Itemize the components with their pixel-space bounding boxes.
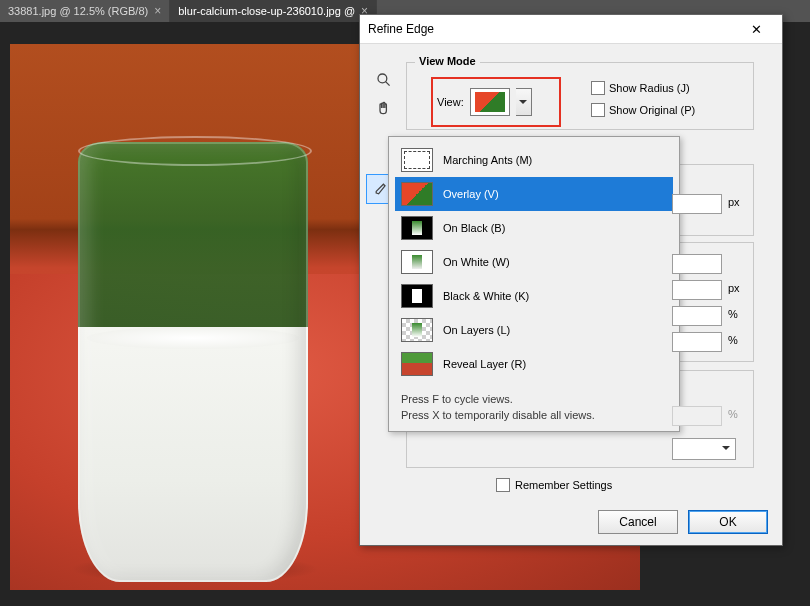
feather-input[interactable] [672, 280, 722, 300]
option-label: Reveal Layer (R) [443, 358, 526, 370]
on-black-thumb-icon [401, 216, 433, 240]
hand-tool[interactable] [372, 96, 396, 120]
overlay-thumb-icon [401, 182, 433, 206]
view-swatch[interactable] [470, 88, 510, 116]
option-label: On Black (B) [443, 222, 505, 234]
view-label: View: [437, 96, 464, 108]
reveal-layer-thumb-icon [401, 352, 433, 376]
contrast-input[interactable] [672, 306, 722, 326]
dialog-button-row: Cancel OK [598, 510, 768, 534]
dropdown-hint: Press F to cycle views. [395, 389, 673, 405]
document-tab[interactable]: 33881.jpg @ 12.5% (RGB/8) × [0, 0, 170, 22]
checkbox-label: Remember Settings [515, 479, 612, 491]
view-option-on-layers[interactable]: On Layers (L) [395, 313, 673, 347]
chevron-down-icon[interactable] [516, 88, 532, 116]
button-label: OK [719, 515, 736, 529]
svg-line-1 [386, 82, 390, 86]
remember-settings-checkbox[interactable]: Remember Settings [496, 478, 612, 492]
black-white-thumb-icon [401, 284, 433, 308]
show-original-checkbox[interactable]: Show Original (P) [591, 103, 695, 117]
refine-edge-dialog: Refine Edge ✕ View Mode View: [359, 14, 783, 546]
document-tab[interactable]: blur-calcium-close-up-236010.jpg @ × [170, 0, 377, 22]
shift-edge-input[interactable] [672, 332, 722, 352]
view-picker-highlight: View: [431, 77, 561, 127]
dialog-title: Refine Edge [368, 22, 434, 36]
checkbox-label: Show Original (P) [609, 104, 695, 116]
on-white-thumb-icon [401, 250, 433, 274]
close-icon[interactable]: × [154, 0, 161, 22]
brush-icon [373, 181, 389, 197]
group-legend: View Mode [415, 55, 480, 67]
dropdown-hint: Press X to temporarily disable all views… [395, 405, 673, 421]
cancel-button[interactable]: Cancel [598, 510, 678, 534]
view-option-overlay[interactable]: Overlay (V) [395, 177, 673, 211]
option-label: On Layers (L) [443, 324, 510, 336]
zoom-tool[interactable] [372, 68, 396, 92]
smooth-input[interactable] [672, 254, 722, 274]
checkbox-icon [496, 478, 510, 492]
unit-label: % [728, 334, 738, 346]
checkbox-label: Show Radius (J) [609, 82, 690, 94]
magnifier-icon [376, 72, 392, 88]
view-option-marching-ants[interactable]: Marching Ants (M) [395, 143, 673, 177]
overlay-thumb-icon [475, 92, 505, 112]
dialog-body: View Mode View: Show Radius (J) Show Ori… [360, 44, 782, 546]
option-label: Black & White (K) [443, 290, 529, 302]
close-icon[interactable]: ✕ [736, 19, 776, 39]
svg-point-0 [378, 74, 387, 83]
show-radius-checkbox[interactable]: Show Radius (J) [591, 81, 690, 95]
unit-label: px [728, 196, 740, 208]
view-option-reveal-layer[interactable]: Reveal Layer (R) [395, 347, 673, 381]
canvas-image [78, 142, 308, 582]
option-label: Overlay (V) [443, 188, 499, 200]
dialog-titlebar[interactable]: Refine Edge ✕ [360, 15, 782, 44]
on-layers-thumb-icon [401, 318, 433, 342]
view-option-on-black[interactable]: On Black (B) [395, 211, 673, 245]
checkbox-icon [591, 81, 605, 95]
unit-label: px [728, 282, 740, 294]
option-label: On White (W) [443, 256, 510, 268]
amount-input [672, 406, 722, 426]
tab-label: 33881.jpg @ 12.5% (RGB/8) [8, 0, 148, 22]
button-label: Cancel [619, 515, 656, 529]
option-label: Marching Ants (M) [443, 154, 532, 166]
marching-ants-thumb-icon [401, 148, 433, 172]
output-to-select[interactable] [672, 438, 736, 460]
checkbox-icon [591, 103, 605, 117]
view-option-on-white[interactable]: On White (W) [395, 245, 673, 279]
unit-label: % [728, 408, 738, 420]
radius-input[interactable] [672, 194, 722, 214]
view-mode-group: View Mode View: Show Radius (J) Show Ori… [406, 62, 754, 130]
hand-icon [376, 100, 392, 116]
view-mode-dropdown: Marching Ants (M) Overlay (V) On Black (… [388, 136, 680, 432]
unit-label: % [728, 308, 738, 320]
tab-label: blur-calcium-close-up-236010.jpg @ [178, 0, 355, 22]
ok-button[interactable]: OK [688, 510, 768, 534]
view-option-black-white[interactable]: Black & White (K) [395, 279, 673, 313]
